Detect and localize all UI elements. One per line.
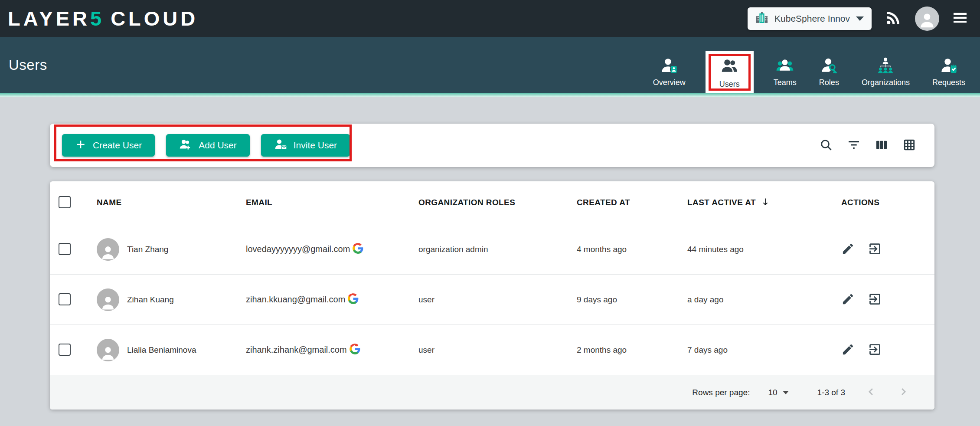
overview-icon [660,57,678,74]
logo-part2: CLOUD [111,7,198,30]
tab-overview[interactable]: Overview [650,56,688,93]
teams-icon [776,57,794,74]
annotation-users-tab: Users [709,54,751,91]
tab-label: Requests [932,78,965,87]
org-role: user [418,345,577,355]
create-user-button[interactable]: Create User [62,134,155,157]
created-at: 9 days ago [577,295,687,305]
search-button[interactable] [819,138,833,153]
tab-label: Users [719,80,740,89]
view-columns-icon [875,138,889,153]
person-invite-icon [274,138,287,153]
remove-user-button[interactable] [868,342,882,358]
row-checkbox[interactable] [59,344,71,356]
column-label: ORGANIZATION ROLES [418,198,515,207]
tab-teams[interactable]: Teams [771,56,799,93]
chevron-down-icon [856,16,864,21]
avatar [97,238,119,261]
invite-user-button[interactable]: Invite User [261,134,350,157]
row-checkbox[interactable] [59,243,71,255]
organizations-icon [877,57,894,74]
search-icon [819,138,833,153]
rows-per-page-select[interactable]: 10 [765,387,791,398]
table-row: Lialia Beniaminova zihank.zihank@gmail.c… [50,324,934,375]
users-table: NAME EMAIL ORGANIZATION ROLES CREATED AT… [50,181,934,410]
table-row: Tian Zhang lovedayyyyyyy@gmail.com organ… [50,224,934,274]
table-header-row: NAME EMAIL ORGANIZATION ROLES CREATED AT… [50,181,934,224]
roles-icon [820,57,838,74]
view-columns-button[interactable] [875,138,889,153]
notifications-button[interactable] [884,8,903,29]
rows-per-page-value: 10 [768,388,777,397]
pagination-range: 1-3 of 3 [817,388,845,397]
tab-requests[interactable]: Requests [930,56,968,93]
pencil-icon [841,292,855,307]
column-label: NAME [97,198,122,207]
table-footer: Rows per page: 10 1-3 of 3 [50,375,934,410]
tab-users[interactable]: Users [706,51,754,93]
edit-user-button[interactable] [841,242,855,257]
column-header-organization-roles[interactable]: ORGANIZATION ROLES [418,198,577,207]
person-add-icon [179,138,192,153]
edit-user-button[interactable] [841,343,855,357]
filter-icon [847,138,861,153]
hamburger-menu-icon [951,9,969,28]
remove-user-button[interactable] [868,292,882,308]
chevron-down-icon [783,391,789,394]
column-label: ACTIONS [841,198,879,207]
grid-view-button[interactable] [902,138,916,153]
secondary-nav: Users Overview [0,37,980,93]
user-avatar[interactable] [915,7,939,31]
menu-button[interactable] [951,9,969,28]
filter-button[interactable] [847,138,861,153]
column-header-actions[interactable]: ACTIONS [841,198,934,207]
requests-icon [940,57,957,74]
column-header-email[interactable]: EMAIL [246,198,418,207]
exit-icon [868,242,882,257]
org-selector-label: KubeSphere Innov [774,13,850,24]
logo-part1: LAYER [8,7,90,30]
avatar [97,288,119,311]
edit-user-button[interactable] [841,292,855,307]
last-active-at: a day ago [687,295,841,305]
google-icon [349,343,361,357]
add-user-button[interactable]: Add User [166,134,250,157]
column-label: EMAIL [246,198,272,207]
layer5-logo[interactable]: LAYER5CLOUD [8,7,198,30]
column-label: CREATED AT [577,198,630,207]
org-role: organization admin [418,245,577,254]
button-label: Invite User [294,140,337,151]
user-email: zihan.kkuang@gmail.com [246,295,345,305]
created-at: 4 months ago [577,245,687,254]
remove-user-button[interactable] [868,242,882,257]
user-email: zihank.zihank@gmail.com [246,345,347,355]
chevron-right-icon [897,386,909,399]
sort-desc-arrow-icon [760,197,771,209]
exit-icon [868,292,882,308]
user-name: Lialia Beniaminova [127,345,196,355]
teal-divider [0,93,980,97]
tab-roles[interactable]: Roles [817,56,842,93]
google-icon [347,293,359,307]
main-content: Create User Add User [0,97,980,410]
column-header-last-active-at[interactable]: LAST ACTIVE AT [687,197,841,209]
tab-label: Overview [653,78,686,87]
column-label: LAST ACTIVE AT [687,198,756,207]
button-label: Create User [93,140,142,151]
pencil-icon [841,343,855,357]
select-all-checkbox[interactable] [59,196,71,208]
grid-icon [902,138,916,153]
row-checkbox[interactable] [59,293,71,305]
pencil-icon [841,242,855,257]
person-icon [918,10,937,30]
column-header-created-at[interactable]: CREATED AT [577,198,687,207]
pager [865,386,909,399]
nav-tabs: Overview Users [650,37,968,93]
column-header-name[interactable]: NAME [97,198,246,207]
org-selector-dropdown[interactable]: KubeSphere Innov [748,7,872,30]
page-title: Users [9,57,47,73]
previous-page-button[interactable] [865,386,877,399]
users-icon [721,57,738,77]
tab-organizations[interactable]: Organizations [859,56,912,93]
next-page-button[interactable] [897,386,909,399]
